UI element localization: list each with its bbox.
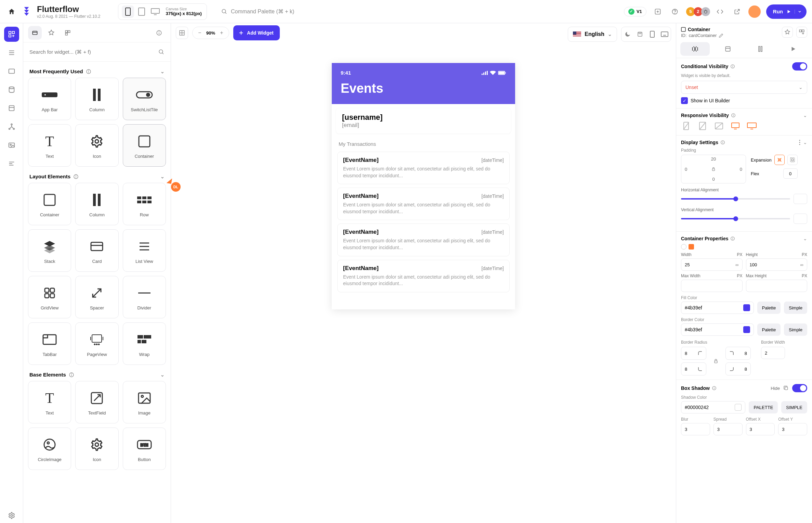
tab-animations[interactable]	[778, 42, 808, 56]
code-button[interactable]	[714, 6, 726, 17]
widget-row[interactable]: Row	[123, 183, 166, 225]
widget-container-2[interactable]: Container	[28, 183, 71, 225]
palette-search[interactable]	[23, 42, 171, 62]
section-mfu-header[interactable]: Most Frequently Used ⌄	[28, 65, 166, 78]
device-phone-button[interactable]	[122, 5, 134, 18]
widget-text-2[interactable]: TText	[28, 381, 71, 423]
tab-actions[interactable]	[713, 42, 743, 56]
tab-backend[interactable]	[746, 42, 775, 56]
rail-storyboard[interactable]	[4, 64, 19, 79]
widget-gridview[interactable]: GridView	[28, 276, 71, 318]
rail-media[interactable]	[4, 138, 19, 153]
event-card[interactable]: [EventName][dateTime]Event Lorem ipsum d…	[337, 188, 510, 220]
widget-image[interactable]: Image	[123, 381, 166, 423]
rail-widgets[interactable]	[4, 27, 19, 42]
show-ui-checkbox[interactable]: ✓	[681, 97, 688, 104]
event-card[interactable]: [EventName][dateTime]Event Lorem ipsum d…	[337, 152, 510, 184]
rail-custom[interactable]	[4, 156, 19, 171]
widget-spacer[interactable]: Spacer	[75, 276, 118, 318]
width-input[interactable]: 25∞	[681, 258, 743, 271]
rail-settings[interactable]	[4, 508, 19, 523]
radius-tr-input[interactable]: 8	[725, 347, 751, 360]
fill-simple-button[interactable]: Simple	[784, 302, 807, 314]
widget-textfield[interactable]: TextField	[75, 381, 118, 423]
widget-button[interactable]: BTNButton	[123, 428, 166, 470]
resp-desktop-large-on[interactable]	[747, 121, 757, 131]
widget-tabbar[interactable]: TabBar	[28, 322, 71, 365]
run-caret-icon[interactable]	[795, 10, 802, 14]
palette-info-button[interactable]	[152, 26, 166, 40]
keyboard-button[interactable]	[658, 28, 671, 40]
max-width-input[interactable]	[681, 280, 743, 292]
border-color-input[interactable]: #4b39ef	[681, 323, 754, 336]
max-height-input[interactable]	[746, 280, 808, 292]
widget-listview[interactable]: List View	[123, 229, 166, 272]
avatar[interactable]	[748, 5, 761, 18]
widget-icon-2[interactable]: Icon	[75, 428, 118, 470]
cond-vis-toggle[interactable]	[792, 62, 807, 71]
run-button[interactable]: Run	[766, 4, 807, 19]
offset-y-input[interactable]: 3	[778, 423, 807, 435]
rail-api[interactable]	[4, 119, 19, 134]
rail-tree[interactable]	[4, 45, 19, 60]
phone-preview[interactable]: 9:41 Events [username] [email] My Transa…	[332, 63, 515, 309]
device-tablet-button[interactable]	[135, 5, 148, 18]
fill-palette-button[interactable]: Palette	[757, 302, 781, 314]
h-align-value[interactable]	[794, 194, 807, 204]
device-desktop-button[interactable]	[149, 5, 161, 18]
save-template-button[interactable]	[634, 28, 646, 40]
theme-button[interactable]	[782, 27, 793, 38]
preview-phone-button[interactable]	[646, 28, 658, 40]
expansion-on-button[interactable]	[787, 155, 798, 165]
canvas-grid-toggle[interactable]	[176, 27, 188, 39]
h-align-slider[interactable]	[681, 198, 790, 200]
widget-wrap[interactable]: Wrap	[123, 322, 166, 365]
palette-tab-components[interactable]	[61, 26, 75, 40]
shadow-simple-button[interactable]: SIMPLE	[781, 401, 807, 413]
shadow-palette-button[interactable]: PALETTE	[749, 401, 778, 413]
rail-appstate[interactable]	[4, 101, 19, 116]
zoom-out-button[interactable]: −	[196, 29, 204, 37]
shadow-toggle[interactable]	[792, 384, 807, 392]
padding-editor[interactable]: 20 0 0 0	[681, 155, 746, 183]
widget-text[interactable]: TText	[28, 124, 71, 167]
command-palette[interactable]: Command Palette (⌘ + k)	[221, 8, 620, 15]
lock-icon[interactable]	[713, 358, 719, 364]
expansion-off-button[interactable]	[774, 155, 785, 165]
shadow-copy-icon[interactable]	[783, 385, 789, 391]
cond-vis-select[interactable]: Unset ⌄	[681, 81, 807, 94]
palette-search-input[interactable]	[29, 49, 155, 55]
offset-x-input[interactable]: 3	[746, 423, 775, 435]
widget-icon[interactable]: Icon	[75, 124, 118, 167]
resp-phone-off[interactable]	[681, 121, 691, 131]
rail-firestore[interactable]	[4, 82, 19, 97]
radius-tl-input[interactable]: 8	[681, 347, 706, 360]
edit-icon[interactable]	[719, 33, 723, 38]
zoom-in-button[interactable]: +	[218, 29, 225, 37]
flex-input[interactable]	[783, 168, 798, 179]
chevron-down-icon[interactable]: ⌄	[803, 113, 807, 118]
component-button[interactable]	[796, 27, 807, 38]
widget-column[interactable]: Column	[75, 78, 118, 120]
user-card[interactable]: [username] [email]	[336, 108, 511, 133]
issue-badges[interactable]: 5 2	[686, 7, 709, 16]
blur-input[interactable]: 3	[681, 423, 710, 435]
border-palette-button[interactable]: Palette	[757, 323, 781, 336]
add-widget-button[interactable]: Add Widget	[233, 25, 280, 40]
widget-pageview[interactable]: PageView	[75, 322, 118, 365]
help-button[interactable]	[669, 6, 681, 17]
language-selector[interactable]: English ⌄	[568, 27, 617, 42]
resp-tablet-portrait-off[interactable]	[697, 121, 708, 131]
chevron-down-icon[interactable]: ⌄	[803, 236, 807, 241]
widget-stack[interactable]: Stack	[28, 229, 71, 272]
palette-tab-theme[interactable]	[44, 26, 58, 40]
shape-circle-toggle[interactable]	[681, 244, 686, 250]
more-icon[interactable]	[799, 140, 800, 145]
shadow-color-input[interactable]: #00000242	[681, 401, 745, 413]
version-pill[interactable]: ✓ V1	[624, 7, 646, 16]
v-align-value[interactable]	[794, 214, 807, 224]
dark-mode-toggle[interactable]	[621, 28, 634, 40]
widget-switchlisttile[interactable]: SwitchListTile	[123, 78, 166, 120]
event-card[interactable]: [EventName][dateTime]Event Lorem ipsum d…	[337, 224, 510, 256]
widget-appbar[interactable]: App Bar	[28, 78, 71, 120]
